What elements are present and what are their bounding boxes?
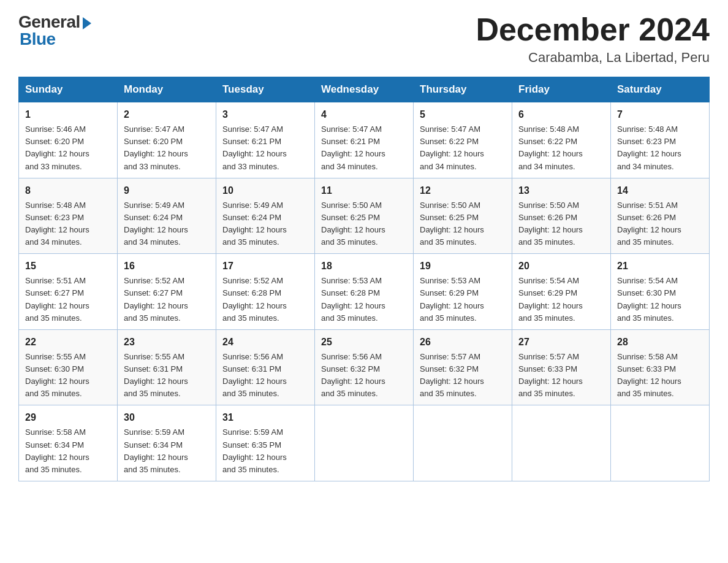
day-number: 31	[222, 410, 308, 425]
day-number: 30	[124, 410, 210, 425]
day-info: Sunrise: 5:59 AMSunset: 6:35 PMDaylight:…	[222, 426, 308, 476]
day-info: Sunrise: 5:49 AMSunset: 6:24 PMDaylight:…	[222, 199, 308, 249]
weekday-header-monday: Monday	[118, 77, 216, 102]
calendar-cell: 14Sunrise: 5:51 AMSunset: 6:26 PMDayligh…	[611, 178, 710, 254]
calendar-week-row: 22Sunrise: 5:55 AMSunset: 6:30 PMDayligh…	[19, 329, 710, 405]
calendar-week-row: 8Sunrise: 5:48 AMSunset: 6:23 PMDaylight…	[19, 178, 710, 254]
day-number: 4	[321, 107, 407, 122]
weekday-header-tuesday: Tuesday	[216, 77, 315, 102]
calendar-cell	[512, 405, 611, 481]
day-info: Sunrise: 5:51 AMSunset: 6:26 PMDaylight:…	[617, 199, 703, 249]
calendar-cell: 22Sunrise: 5:55 AMSunset: 6:30 PMDayligh…	[19, 329, 118, 405]
day-info: Sunrise: 5:58 AMSunset: 6:34 PMDaylight:…	[25, 426, 111, 476]
calendar-cell: 18Sunrise: 5:53 AMSunset: 6:28 PMDayligh…	[315, 254, 414, 330]
day-info: Sunrise: 5:55 AMSunset: 6:30 PMDaylight:…	[25, 351, 111, 400]
day-info: Sunrise: 5:46 AMSunset: 6:20 PMDaylight:…	[25, 123, 111, 173]
calendar-cell	[611, 405, 710, 481]
calendar-cell: 23Sunrise: 5:55 AMSunset: 6:31 PMDayligh…	[118, 329, 216, 405]
day-number: 12	[420, 183, 506, 198]
day-info: Sunrise: 5:50 AMSunset: 6:25 PMDaylight:…	[321, 199, 407, 249]
logo: General Blue	[18, 12, 91, 49]
month-title: December 2024	[476, 12, 710, 47]
day-info: Sunrise: 5:57 AMSunset: 6:32 PMDaylight:…	[420, 351, 506, 400]
day-number: 13	[518, 183, 604, 198]
day-info: Sunrise: 5:47 AMSunset: 6:21 PMDaylight:…	[321, 123, 407, 173]
calendar-cell: 9Sunrise: 5:49 AMSunset: 6:24 PMDaylight…	[118, 178, 216, 254]
calendar-cell: 17Sunrise: 5:52 AMSunset: 6:28 PMDayligh…	[216, 254, 315, 330]
calendar-cell: 26Sunrise: 5:57 AMSunset: 6:32 PMDayligh…	[414, 329, 512, 405]
day-number: 20	[518, 259, 604, 274]
day-info: Sunrise: 5:50 AMSunset: 6:26 PMDaylight:…	[518, 199, 604, 249]
calendar-cell: 21Sunrise: 5:54 AMSunset: 6:30 PMDayligh…	[611, 254, 710, 330]
location-title: Carabamba, La Libertad, Peru	[476, 50, 710, 66]
day-info: Sunrise: 5:47 AMSunset: 6:20 PMDaylight:…	[124, 123, 210, 173]
calendar-cell: 28Sunrise: 5:58 AMSunset: 6:33 PMDayligh…	[611, 329, 710, 405]
day-info: Sunrise: 5:53 AMSunset: 6:29 PMDaylight:…	[420, 275, 506, 324]
day-info: Sunrise: 5:59 AMSunset: 6:34 PMDaylight:…	[124, 426, 210, 476]
day-info: Sunrise: 5:53 AMSunset: 6:28 PMDaylight:…	[321, 275, 407, 324]
day-number: 18	[321, 259, 407, 274]
calendar-header: SundayMondayTuesdayWednesdayThursdayFrid…	[19, 77, 710, 102]
day-number: 5	[420, 107, 506, 122]
day-number: 19	[420, 259, 506, 274]
day-info: Sunrise: 5:48 AMSunset: 6:23 PMDaylight:…	[25, 199, 111, 249]
calendar-cell: 5Sunrise: 5:47 AMSunset: 6:22 PMDaylight…	[414, 102, 512, 178]
day-info: Sunrise: 5:56 AMSunset: 6:32 PMDaylight:…	[321, 351, 407, 400]
day-number: 14	[617, 183, 703, 198]
day-number: 17	[222, 259, 308, 274]
calendar-cell: 8Sunrise: 5:48 AMSunset: 6:23 PMDaylight…	[19, 178, 118, 254]
calendar-week-row: 1Sunrise: 5:46 AMSunset: 6:20 PMDaylight…	[19, 102, 710, 178]
weekday-header-saturday: Saturday	[611, 77, 710, 102]
calendar-cell: 4Sunrise: 5:47 AMSunset: 6:21 PMDaylight…	[315, 102, 414, 178]
day-number: 29	[25, 410, 111, 425]
title-block: December 2024 Carabamba, La Libertad, Pe…	[476, 12, 710, 66]
logo-blue-text: Blue	[18, 29, 56, 49]
weekday-header-thursday: Thursday	[414, 77, 512, 102]
calendar-body: 1Sunrise: 5:46 AMSunset: 6:20 PMDaylight…	[19, 102, 710, 481]
calendar-week-row: 29Sunrise: 5:58 AMSunset: 6:34 PMDayligh…	[19, 405, 710, 481]
calendar-cell: 2Sunrise: 5:47 AMSunset: 6:20 PMDaylight…	[118, 102, 216, 178]
logo-arrow-icon	[83, 17, 91, 29]
weekday-header-wednesday: Wednesday	[315, 77, 414, 102]
weekday-header-sunday: Sunday	[19, 77, 118, 102]
day-number: 2	[124, 107, 210, 122]
day-number: 6	[518, 107, 604, 122]
day-info: Sunrise: 5:52 AMSunset: 6:28 PMDaylight:…	[222, 275, 308, 324]
day-info: Sunrise: 5:48 AMSunset: 6:22 PMDaylight:…	[518, 123, 604, 173]
calendar-cell: 27Sunrise: 5:57 AMSunset: 6:33 PMDayligh…	[512, 329, 611, 405]
day-info: Sunrise: 5:47 AMSunset: 6:21 PMDaylight:…	[222, 123, 308, 173]
day-number: 3	[222, 107, 308, 122]
day-info: Sunrise: 5:51 AMSunset: 6:27 PMDaylight:…	[25, 275, 111, 324]
calendar-cell: 24Sunrise: 5:56 AMSunset: 6:31 PMDayligh…	[216, 329, 315, 405]
day-number: 10	[222, 183, 308, 198]
day-info: Sunrise: 5:57 AMSunset: 6:33 PMDaylight:…	[518, 351, 604, 400]
day-number: 23	[124, 335, 210, 350]
day-info: Sunrise: 5:52 AMSunset: 6:27 PMDaylight:…	[124, 275, 210, 324]
calendar-cell: 1Sunrise: 5:46 AMSunset: 6:20 PMDaylight…	[19, 102, 118, 178]
weekday-header-row: SundayMondayTuesdayWednesdayThursdayFrid…	[19, 77, 710, 102]
day-info: Sunrise: 5:49 AMSunset: 6:24 PMDaylight:…	[124, 199, 210, 249]
calendar-cell: 12Sunrise: 5:50 AMSunset: 6:25 PMDayligh…	[414, 178, 512, 254]
day-info: Sunrise: 5:47 AMSunset: 6:22 PMDaylight:…	[420, 123, 506, 173]
page-header: General Blue December 2024 Carabamba, La…	[18, 12, 710, 66]
day-number: 8	[25, 183, 111, 198]
calendar-cell: 11Sunrise: 5:50 AMSunset: 6:25 PMDayligh…	[315, 178, 414, 254]
calendar-cell: 30Sunrise: 5:59 AMSunset: 6:34 PMDayligh…	[118, 405, 216, 481]
day-info: Sunrise: 5:54 AMSunset: 6:29 PMDaylight:…	[518, 275, 604, 324]
calendar-week-row: 15Sunrise: 5:51 AMSunset: 6:27 PMDayligh…	[19, 254, 710, 330]
calendar-cell	[315, 405, 414, 481]
day-info: Sunrise: 5:58 AMSunset: 6:33 PMDaylight:…	[617, 351, 703, 400]
day-number: 1	[25, 107, 111, 122]
day-number: 28	[617, 335, 703, 350]
calendar-cell: 29Sunrise: 5:58 AMSunset: 6:34 PMDayligh…	[19, 405, 118, 481]
calendar-cell: 25Sunrise: 5:56 AMSunset: 6:32 PMDayligh…	[315, 329, 414, 405]
calendar-cell: 3Sunrise: 5:47 AMSunset: 6:21 PMDaylight…	[216, 102, 315, 178]
day-number: 27	[518, 335, 604, 350]
day-number: 24	[222, 335, 308, 350]
day-number: 25	[321, 335, 407, 350]
calendar-cell: 20Sunrise: 5:54 AMSunset: 6:29 PMDayligh…	[512, 254, 611, 330]
day-info: Sunrise: 5:56 AMSunset: 6:31 PMDaylight:…	[222, 351, 308, 400]
day-info: Sunrise: 5:55 AMSunset: 6:31 PMDaylight:…	[124, 351, 210, 400]
weekday-header-friday: Friday	[512, 77, 611, 102]
day-number: 11	[321, 183, 407, 198]
